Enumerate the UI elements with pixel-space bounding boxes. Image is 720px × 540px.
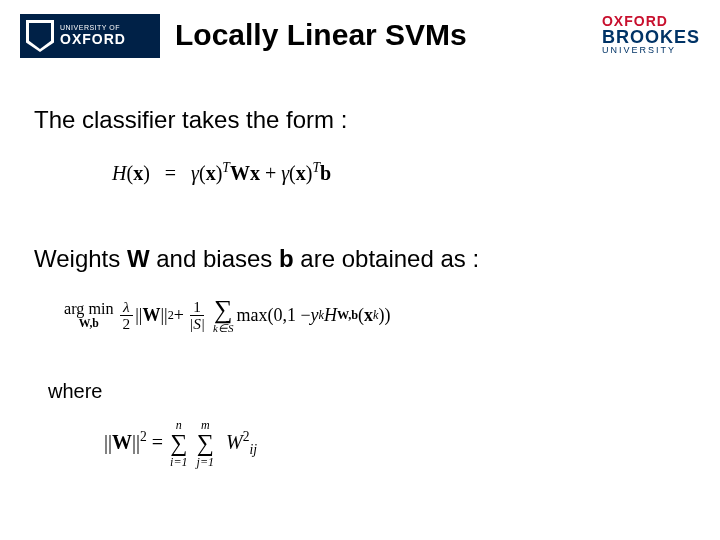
- brookes-logo: OXFORD BROOKES UNIVERSITY: [602, 14, 700, 55]
- oxford-logo-text2: OXFORD: [60, 32, 126, 47]
- equation-norm: ||W||2 = n ∑ i=1 m ∑ j=1 W2ij: [104, 419, 686, 469]
- brookes-logo-text1: OXFORD: [602, 14, 700, 28]
- equation-objective: arg min W,b λ 2 ||W||2 + 1 |S| ∑ k∈S max…: [64, 297, 686, 334]
- slide-header: UNIVERSITY OF OXFORD Locally Linear SVMs…: [0, 0, 720, 70]
- oxford-shield-icon: [26, 20, 54, 52]
- body-line-1: The classifier takes the form :: [34, 106, 686, 134]
- slide-title: Locally Linear SVMs: [175, 18, 467, 52]
- oxford-logo: UNIVERSITY OF OXFORD: [20, 14, 160, 58]
- brookes-logo-text2: BROOKES: [602, 28, 700, 46]
- body-line-2: Weights W and biases b are obtained as :: [34, 245, 686, 273]
- slide-body: The classifier takes the form : H(x) = γ…: [0, 70, 720, 469]
- brookes-logo-text3: UNIVERSITY: [602, 46, 700, 55]
- where-label: where: [48, 380, 686, 403]
- equation-classifier: H(x) = γ(x)TWx + γ(x)Tb: [112, 160, 686, 185]
